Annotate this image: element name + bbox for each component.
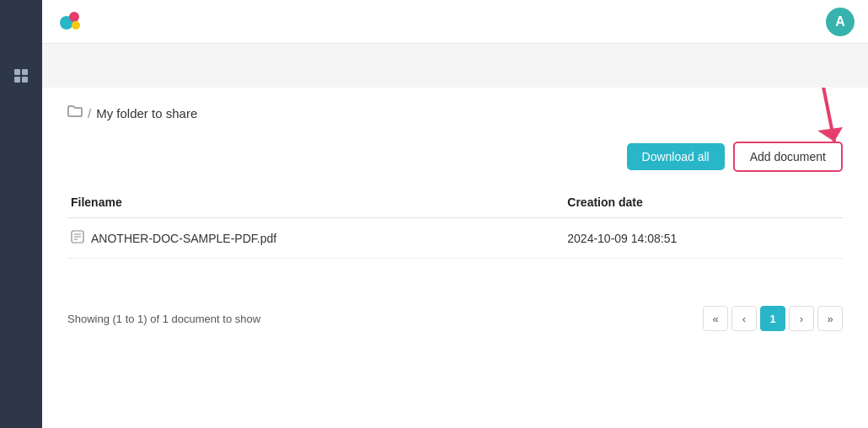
svg-rect-2 [14,77,20,83]
svg-point-5 [69,12,79,22]
sidebar [0,0,42,428]
svg-marker-8 [817,127,843,142]
logo [56,6,88,38]
breadcrumb-separator: / [88,106,91,120]
svg-rect-0 [14,69,20,75]
filename-text: ANOTHER-DOC-SAMPLE-PDF.pdf [91,232,276,245]
sidebar-grid-icon[interactable] [6,61,36,91]
file-table: Filename Creation date [67,189,843,259]
table-cell-creation-date: 2024-10-09 14:08:51 [564,218,843,259]
pagination-first[interactable]: « [703,306,728,331]
breadcrumb-folder-name: My folder to share [96,106,197,120]
column-header-filename: Filename [67,189,564,218]
column-header-creation-date: Creation date [564,189,843,218]
svg-rect-1 [22,69,28,75]
footer: Showing (1 to 1) of 1 document to show «… [67,292,843,331]
toolbar: Download all Add document [67,142,843,172]
folder-icon [67,104,83,121]
pagination-next[interactable]: › [789,306,814,331]
table-cell-filename: ANOTHER-DOC-SAMPLE-PDF.pdf [67,218,564,259]
showing-text: Showing (1 to 1) of 1 document to show [67,313,260,325]
pagination-last[interactable]: » [817,306,843,331]
pagination-current[interactable]: 1 [760,306,785,331]
avatar[interactable]: A [826,8,855,36]
file-icon [71,230,84,246]
pagination: « ‹ 1 › » [703,306,843,331]
breadcrumb: / My folder to share [67,104,843,121]
table-row: ANOTHER-DOC-SAMPLE-PDF.pdf 2024-10-09 14… [67,218,843,259]
add-document-button[interactable]: Add document [733,142,843,172]
main-content: / My folder to share Download all Add do… [42,88,868,428]
svg-rect-3 [22,77,28,83]
pagination-prev[interactable]: ‹ [731,306,757,331]
svg-point-6 [72,21,80,29]
download-all-button[interactable]: Download all [627,143,725,170]
